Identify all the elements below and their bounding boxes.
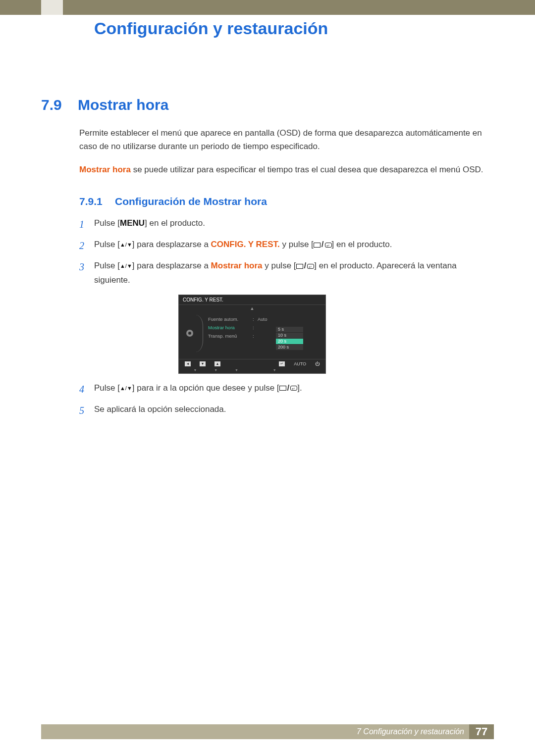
osd-option: 200 s <box>276 345 303 351</box>
step-text: Pulse [▲/▼] para desplazarse a CONFIG. Y… <box>94 238 488 252</box>
highlight-mostrar-hora: Mostrar hora <box>79 165 131 174</box>
paragraph-2: Mostrar hora se puede utilizar para espe… <box>79 163 488 176</box>
step-number: 1 <box>79 216 94 233</box>
osd-gear-icon <box>184 315 196 352</box>
step-2: 2 Pulse [▲/▼] para desplazarse a CONFIG.… <box>79 238 488 254</box>
osd-curve-divider <box>196 315 203 352</box>
osd-row-fuente-autom: Fuente autom. : Auto <box>208 315 321 323</box>
osd-auto-label: AUTO <box>294 361 306 366</box>
steps-list: 1 Pulse [MENU] en el producto. 2 Pulse [… <box>79 216 488 424</box>
osd-screenshot: CONFIG. Y REST. ▲ Fuente autom. : Auto M… <box>178 295 488 374</box>
osd-window: CONFIG. Y REST. ▲ Fuente autom. : Auto M… <box>178 295 326 374</box>
osd-option: 5 s <box>276 327 303 333</box>
osd-label-active: Mostrar hora <box>208 325 253 330</box>
section-number: 7.9 <box>41 97 62 113</box>
subsection-title: Configuración de Mostrar hora <box>115 196 267 207</box>
osd-up-icon: ▲ <box>214 361 220 366</box>
step-1: 1 Pulse [MENU] en el producto. <box>79 216 488 233</box>
osd-bottom-arrows: ▼▼▼▼ <box>179 368 325 373</box>
osd-value: Auto <box>258 316 268 322</box>
step-3: 3 Pulse [▲/▼] para desplazarse a Mostrar… <box>79 259 488 287</box>
up-down-icon: ▲/▼ <box>120 240 132 249</box>
page-number: 77 <box>469 724 494 739</box>
osd-down-icon: ▼ <box>200 361 206 366</box>
osd-label: Transp. menú <box>208 333 253 339</box>
osd-up-arrow-icon: ▲ <box>179 305 325 312</box>
source-enter-icon: / <box>314 238 332 252</box>
osd-label: Fuente autom. <box>208 316 253 322</box>
chapter-title: Configuración y restauración <box>94 19 328 38</box>
osd-body: Fuente autom. : Auto Mostrar hora : Tran… <box>179 312 325 359</box>
step-number: 3 <box>79 259 94 275</box>
step-4: 4 Pulse [▲/▼] para ir a la opción que de… <box>79 381 488 398</box>
step-text: Pulse [▲/▼] para ir a la opción que dese… <box>94 381 488 396</box>
step-5: 5 Se aplicará la opción seleccionada. <box>79 403 488 419</box>
osd-enter-icon: ↵ <box>279 361 285 366</box>
osd-bottom-bar: ◄ ▼ ▲ ↵ AUTO ⏻ <box>179 359 325 368</box>
up-down-icon: ▲/▼ <box>120 384 132 393</box>
footer-chapter-text: 7 Configuración y restauración <box>357 727 469 736</box>
menu-button-label: MENU <box>120 218 145 228</box>
source-enter-icon: / <box>296 259 315 273</box>
header-bar <box>0 0 535 15</box>
osd-option-selected: 20 s <box>276 339 303 345</box>
osd-row-mostrar-hora: Mostrar hora : <box>208 323 321 332</box>
step-text: Pulse [MENU] en el producto. <box>94 216 488 230</box>
step-number: 5 <box>79 403 94 419</box>
osd-dropdown-options: 5 s 10 s 20 s 200 s <box>276 327 303 351</box>
section-title: Mostrar hora <box>78 97 168 113</box>
step-text: Pulse [▲/▼] para desplazarse a Mostrar h… <box>94 259 488 287</box>
highlight-config-rest: CONFIG. Y REST. <box>211 240 280 249</box>
step-number: 4 <box>79 381 94 398</box>
step-number: 2 <box>79 238 94 254</box>
source-enter-icon: / <box>279 381 298 395</box>
body-text: Permite establecer el menú que aparece e… <box>79 126 488 187</box>
osd-title: CONFIG. Y REST. <box>179 295 325 305</box>
osd-option: 10 s <box>276 333 303 339</box>
paragraph-1: Permite establecer el menú que aparece e… <box>79 126 488 153</box>
subsection-number: 7.9.1 <box>79 196 103 207</box>
header-tab-notch <box>41 0 63 15</box>
osd-menu-items: Fuente autom. : Auto Mostrar hora : Tran… <box>208 315 321 352</box>
osd-row-transp-menu: Transp. menú : <box>208 332 321 340</box>
osd-power-icon: ⏻ <box>315 361 320 366</box>
up-down-icon: ▲/▼ <box>120 261 132 270</box>
step-text: Se aplicará la opción seleccionada. <box>94 403 488 416</box>
highlight-mostrar-hora-step: Mostrar hora <box>211 261 263 270</box>
footer-bar: 7 Configuración y restauración 77 <box>41 724 494 739</box>
osd-back-icon: ◄ <box>185 361 191 366</box>
